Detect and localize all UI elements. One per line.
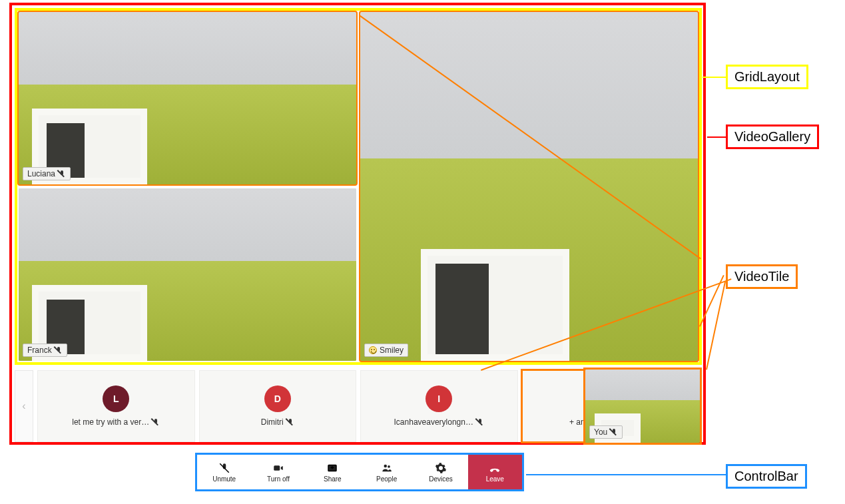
mic-off-icon xyxy=(152,418,160,426)
video-tile-luciana[interactable]: Luciana xyxy=(19,12,356,184)
grid-inner: Luciana Smiley Franck xyxy=(17,11,699,362)
video-tile-franck[interactable]: Franck xyxy=(19,188,356,361)
video-bg-ceiling xyxy=(19,188,356,261)
video-bg-ceiling xyxy=(585,370,700,400)
annotation-connector xyxy=(706,282,726,370)
leave-button[interactable]: Leave xyxy=(468,455,522,489)
mic-off-icon xyxy=(55,346,63,354)
gallery-tile[interactable]: I Icanhaveaverylongn… xyxy=(360,370,518,442)
self-view-tile[interactable]: You xyxy=(585,369,701,443)
svg-point-3 xyxy=(388,465,390,467)
video-bg-ceiling xyxy=(360,12,698,158)
participant-name: Franck xyxy=(27,346,52,355)
camera-toggle-button[interactable]: Turn off xyxy=(251,455,305,489)
gallery-tile[interactable]: L let me try with a ver… xyxy=(37,370,195,442)
people-icon xyxy=(381,462,393,474)
smiley-icon xyxy=(369,346,377,354)
gallery-tile-label: Icanhaveaverylongn… xyxy=(394,417,484,427)
gallery-tile-label: let me try with a ver… xyxy=(72,417,160,427)
video-bg-door xyxy=(421,249,569,361)
mic-off-icon xyxy=(610,428,618,436)
video-bg-ceiling xyxy=(19,12,356,85)
video-tile-smiley[interactable]: Smiley xyxy=(360,12,698,361)
participant-name-chip: Smiley xyxy=(364,344,408,357)
video-gallery: Luciana Smiley Franck xyxy=(9,3,706,445)
participant-name-chip: Luciana xyxy=(23,167,71,180)
annotation-connector xyxy=(526,474,726,475)
svg-rect-0 xyxy=(274,465,280,471)
annotation-label-gridlayout: GridLayout xyxy=(726,65,808,89)
devices-button[interactable]: Devices xyxy=(414,455,467,489)
annotation-label-videotile: VideoTile xyxy=(726,264,798,289)
control-label: Turn off xyxy=(267,475,290,483)
gallery-tile[interactable]: D Dimitri xyxy=(199,370,357,442)
avatar: I xyxy=(425,385,452,412)
mic-off-icon xyxy=(286,418,294,426)
participant-name: Luciana xyxy=(27,169,55,178)
gallery-tile-name: Icanhaveaverylongn… xyxy=(394,417,473,427)
unmute-button[interactable]: Unmute xyxy=(197,455,251,489)
annotation-label-controlbar: ControlBar xyxy=(726,464,807,489)
avatar: D xyxy=(264,385,291,412)
camera-icon xyxy=(272,462,284,474)
control-bar: Unmute Turn off Share People Devices Lea… xyxy=(195,453,524,491)
gallery-tile-name: Dimitri xyxy=(261,417,284,427)
share-icon xyxy=(326,462,338,474)
gallery-tile-name: let me try with a ver… xyxy=(72,417,149,427)
control-label: People xyxy=(376,475,397,483)
control-label: Devices xyxy=(429,475,453,483)
annotation-text: GridLayout xyxy=(734,69,800,84)
mic-off-icon xyxy=(58,170,66,178)
chevron-left-icon: ‹ xyxy=(22,400,25,412)
participant-name: Smiley xyxy=(380,346,404,355)
video-tile-self: You xyxy=(585,370,700,443)
gear-icon xyxy=(435,462,447,474)
annotation-text: ControlBar xyxy=(734,469,798,483)
gallery-prev-button[interactable]: ‹ xyxy=(15,370,33,442)
participant-name-chip: Franck xyxy=(23,344,67,357)
share-button[interactable]: Share xyxy=(306,455,360,489)
mic-off-icon xyxy=(476,418,484,426)
mic-off-icon xyxy=(218,462,230,474)
participant-name: You xyxy=(594,427,607,437)
control-label: Unmute xyxy=(212,475,236,483)
annotation-text: VideoTile xyxy=(734,269,789,284)
participant-name-chip: You xyxy=(589,425,623,439)
annotation-label-videogallery: VideoGallery xyxy=(726,125,819,149)
gallery-tile-label: Dimitri xyxy=(261,417,294,427)
annotation-text: VideoGallery xyxy=(734,129,810,144)
control-label: Leave xyxy=(486,475,504,483)
people-button[interactable]: People xyxy=(360,455,414,489)
svg-point-2 xyxy=(384,464,387,467)
control-label: Share xyxy=(324,475,342,483)
avatar: L xyxy=(103,385,129,412)
hangup-icon xyxy=(489,462,501,474)
grid-layout: Luciana Smiley Franck xyxy=(15,8,702,365)
annotation-connector xyxy=(703,77,726,78)
annotation-connector xyxy=(707,136,726,138)
